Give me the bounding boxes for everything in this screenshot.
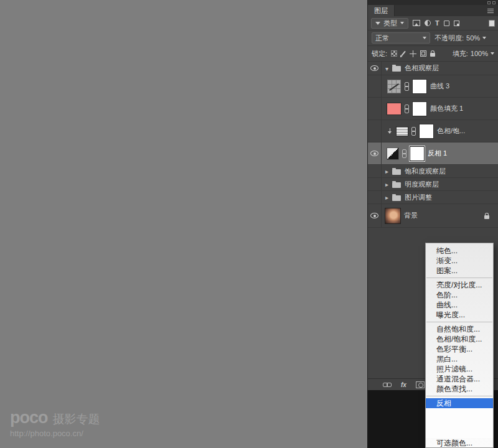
visibility-toggle[interactable]: [368, 98, 382, 119]
adjustment-layers-filter-icon[interactable]: [425, 20, 431, 26]
visibility-toggle[interactable]: [368, 165, 382, 177]
layer-row-lightness-observe-group[interactable]: 明度观察层: [368, 178, 498, 191]
menu-item-exposure[interactable]: 曝光度...: [426, 310, 493, 320]
layer-row-image-adjust-group[interactable]: 图片调整: [368, 191, 498, 204]
visibility-toggle[interactable]: [368, 204, 382, 227]
menu-item-solid-color[interactable]: 纯色...: [426, 246, 493, 256]
visibility-toggle[interactable]: [368, 62, 382, 75]
invert-adjustment-thumbnail[interactable]: [387, 148, 398, 159]
folder-icon: [392, 66, 401, 72]
type-layers-filter-icon[interactable]: T: [435, 20, 439, 26]
chevron-down-icon: [482, 37, 486, 39]
collapse-panel-icon[interactable]: [487, 1, 491, 4]
menu-separator: [426, 278, 492, 278]
chevron-down-icon[interactable]: [385, 65, 388, 72]
link-mask-icon[interactable]: [405, 82, 409, 91]
add-layer-mask-icon[interactable]: [416, 381, 425, 388]
adjustment-layer-menu: 纯色... 渐变... 图案... 亮度/对比度... 色阶... 曲线... …: [425, 243, 494, 448]
eye-icon: [370, 65, 378, 71]
menu-item-vibrance[interactable]: 自然饱和度...: [426, 324, 493, 334]
chevron-right-icon[interactable]: [385, 167, 388, 175]
blend-mode-select[interactable]: 正常: [372, 32, 430, 44]
menu-item-gradient[interactable]: 渐变...: [426, 256, 493, 266]
panel-menu-icon[interactable]: [487, 9, 494, 13]
folder-icon: [392, 195, 401, 201]
hue-saturation-thumbnail[interactable]: [397, 127, 408, 136]
chevron-right-icon[interactable]: [385, 180, 388, 188]
folder-icon: [392, 169, 401, 175]
lock-artboard-icon[interactable]: [420, 50, 426, 57]
clipping-mask-arrow-icon: [387, 128, 393, 134]
layer-row-saturation-observe-group[interactable]: 饱和度观察层: [368, 165, 498, 178]
layer-row-invert-1-selected[interactable]: 反相 1: [368, 142, 498, 165]
shape-layers-filter-icon[interactable]: [444, 21, 449, 26]
smart-object-filter-icon[interactable]: [454, 21, 459, 26]
lock-position-icon[interactable]: [410, 50, 416, 57]
layer-mask-thumbnail[interactable]: [413, 80, 426, 93]
filter-type-select[interactable]: 类型: [371, 18, 408, 29]
visibility-toggle[interactable]: [368, 75, 382, 97]
visibility-toggle[interactable]: [368, 142, 382, 164]
layer-name: 反相 1: [428, 149, 447, 158]
color-fill-thumbnail[interactable]: [387, 103, 401, 114]
menu-item-invert-highlighted[interactable]: 反相: [426, 398, 493, 408]
visibility-toggle[interactable]: [368, 178, 382, 190]
layer-name: 明度观察层: [405, 180, 439, 189]
menu-blank-area: [426, 408, 493, 438]
chevron-down-icon: [491, 52, 494, 55]
menu-item-curves[interactable]: 曲线...: [426, 300, 493, 310]
opacity-field[interactable]: 不透明度: 50%: [435, 34, 486, 43]
panel-dock-strip: [368, 0, 498, 5]
lock-pixels-icon[interactable]: [401, 51, 406, 57]
layer-filter-row: 类型 T: [368, 16, 498, 30]
eye-icon: [370, 213, 378, 218]
menu-item-black-white[interactable]: 黑白...: [426, 354, 493, 364]
visibility-toggle[interactable]: [368, 191, 382, 203]
layer-name: 色相/饱...: [437, 126, 465, 136]
curves-adjustment-thumbnail[interactable]: [387, 80, 401, 93]
menu-item-color-lookup[interactable]: 颜色查找...: [426, 384, 493, 394]
menu-item-brightness-contrast[interactable]: 亮度/对比度...: [426, 280, 493, 290]
visibility-toggle[interactable]: [368, 120, 382, 142]
opacity-label: 不透明度:: [435, 34, 464, 43]
lock-all-icon[interactable]: [430, 53, 435, 57]
layer-name: 色相观察层: [405, 63, 439, 73]
background-photo-thumbnail[interactable]: [385, 208, 400, 223]
lock-label: 锁定:: [372, 49, 387, 58]
layer-name: 曲线 3: [430, 82, 449, 91]
layer-name: 饱和度观察层: [405, 167, 446, 176]
link-mask-icon[interactable]: [405, 105, 409, 113]
layer-mask-thumbnail[interactable]: [410, 147, 424, 161]
close-panel-icon[interactable]: [492, 1, 496, 4]
link-layers-icon[interactable]: [383, 383, 392, 387]
link-mask-icon[interactable]: [402, 149, 406, 158]
layer-row-background[interactable]: 背景: [368, 204, 498, 228]
menu-item-hue-saturation[interactable]: 色相/饱和度...: [426, 334, 493, 344]
panel-tab-bar: 图层: [368, 5, 498, 16]
folder-icon: [392, 182, 401, 188]
layer-row-hue-saturation[interactable]: 色相/饱...: [368, 120, 498, 142]
menu-item-photo-filter[interactable]: 照片滤镜...: [426, 364, 493, 374]
layer-mask-thumbnail[interactable]: [413, 102, 426, 116]
watermark: poco 摄影专题 http://photo.poco.cn/: [10, 408, 100, 438]
menu-item-levels[interactable]: 色阶...: [426, 290, 493, 300]
filter-toggle-switch[interactable]: [489, 20, 495, 27]
layer-row-hue-observe-group[interactable]: 色相观察层: [368, 62, 498, 75]
layer-style-fx-button[interactable]: fx: [401, 381, 406, 388]
menu-item-channel-mixer[interactable]: 通道混合器...: [426, 374, 493, 384]
layer-mask-thumbnail[interactable]: [420, 124, 433, 138]
link-mask-icon[interactable]: [411, 127, 416, 136]
pixel-layers-filter-icon[interactable]: [413, 20, 420, 26]
menu-item-pattern[interactable]: 图案...: [426, 266, 493, 276]
blend-mode-row: 正常 不透明度: 50%: [368, 30, 498, 46]
layer-row-color-fill-1[interactable]: 颜色填充 1: [368, 98, 498, 120]
chevron-right-icon[interactable]: [385, 194, 388, 201]
lock-transparency-icon[interactable]: [391, 50, 397, 57]
tab-layers[interactable]: 图层: [368, 5, 395, 16]
layer-row-curves-3[interactable]: 曲线 3: [368, 75, 498, 98]
menu-item-color-balance[interactable]: 色彩平衡...: [426, 344, 493, 354]
menu-separator: [426, 396, 492, 396]
menu-item-selective-color[interactable]: 可选颜色...: [426, 438, 493, 448]
fill-field[interactable]: 填充: 100%: [453, 49, 494, 58]
eye-icon: [370, 151, 378, 156]
